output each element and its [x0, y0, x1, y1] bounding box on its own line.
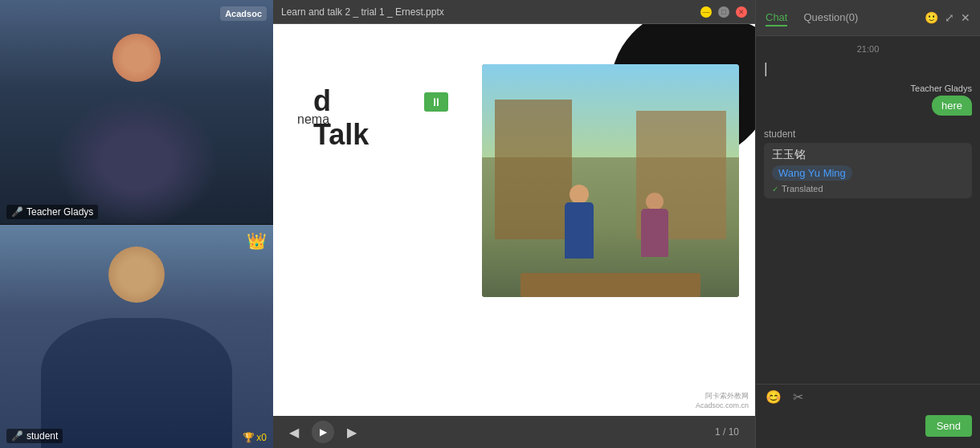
chat-footer: 😊 ✂ Send: [756, 384, 980, 448]
left-panel: Acadsoc 🎤 Teacher Gladys 👑 🎤 student 🏆 x…: [0, 0, 273, 448]
teacher-mic-icon: 🎤: [11, 206, 23, 218]
teacher-name: Teacher Gladys: [27, 206, 93, 218]
tab-question[interactable]: Question(0): [803, 10, 858, 26]
slide-counter: 1 / 10: [715, 426, 739, 438]
trophy-badge: 🏆 x0: [243, 432, 267, 443]
slide-background: d Talk ⏸ nema: [273, 24, 755, 416]
photo-table: [521, 273, 700, 297]
student-name: student: [27, 430, 58, 442]
teacher-video-feed: Acadsoc 🎤 Teacher Gladys: [0, 0, 273, 225]
resize-icon[interactable]: ⤢: [945, 11, 954, 24]
close-button[interactable]: ✕: [736, 6, 747, 18]
minimize-button[interactable]: —: [700, 6, 712, 18]
chat-header: Chat Question(0) 🙂 ⤢ ✕: [756, 0, 980, 36]
play-button[interactable]: ▶: [312, 421, 334, 443]
slide-area: d Talk ⏸ nema: [273, 24, 755, 416]
student-message-group: 王玉铭 Wang Yu Ming ✓ Translated: [764, 143, 972, 198]
student-video-bg: [0, 225, 273, 449]
acadsoc-logo: Acadsoc: [220, 6, 267, 21]
tab-chat[interactable]: Chat: [766, 10, 787, 26]
slide-subtitle: nema: [297, 112, 329, 127]
chat-input-row: Send: [756, 409, 980, 448]
translated-badge: ✓ Translated: [772, 184, 964, 193]
emoji-footer-icon[interactable]: 😊: [766, 389, 782, 405]
middle-panel: Learn and talk 2 _ trial 1 _ Ernest.pptx…: [273, 0, 755, 448]
teacher-video-bg: Acadsoc: [0, 0, 273, 224]
student-label: 🎤 student: [6, 429, 63, 443]
chat-footer-icons: 😊 ✂: [756, 385, 980, 409]
crown-icon: 👑: [247, 231, 267, 250]
slide-pause-icon: ⏸: [424, 92, 448, 112]
close-chat-icon[interactable]: ✕: [961, 11, 970, 24]
prev-slide-button[interactable]: ◀: [289, 425, 299, 440]
student-video-feed: 👑 🎤 student 🏆 x0: [0, 225, 273, 449]
emoji-header-icon[interactable]: 🙂: [925, 11, 938, 24]
next-slide-button[interactable]: ▶: [347, 425, 357, 440]
send-button[interactable]: Send: [925, 415, 972, 437]
translated-label: Translated: [782, 184, 823, 193]
photo-person-right: [635, 193, 675, 281]
chat-tabs: Chat Question(0): [766, 10, 858, 26]
chat-body: 21:00 | Teacher Gladys here student 王玉铭 …: [756, 36, 980, 384]
titlebar-controls: — □ ✕: [700, 6, 747, 18]
teacher-sender-name: Teacher Gladys: [911, 83, 972, 93]
student-mic-icon: 🎤: [11, 430, 23, 442]
slide-watermark: 阿卡索外教网 Acadsoc.com.cn: [696, 391, 749, 409]
chat-header-icons: 🙂 ⤢ ✕: [925, 11, 970, 24]
maximize-button[interactable]: □: [718, 6, 729, 18]
student-section-label: student: [764, 128, 972, 140]
translated-name: Wang Yu Ming: [772, 165, 852, 181]
teacher-message-group: Teacher Gladys here: [911, 83, 972, 116]
presentation-title: Learn and talk 2 _ trial 1 _ Ernest.pptx: [281, 6, 444, 18]
scissors-icon[interactable]: ✂: [793, 389, 803, 405]
chinese-message: 王玉铭: [772, 148, 964, 162]
presentation-controls: ◀ ▶ ▶ 1 / 10: [273, 416, 755, 448]
acadsoc-overlay: Acadsoc: [220, 6, 267, 21]
presentation-titlebar: Learn and talk 2 _ trial 1 _ Ernest.pptx…: [273, 0, 755, 24]
photo-person-left: [559, 185, 599, 281]
chat-cursor: |: [764, 60, 768, 77]
teacher-label: 🎤 Teacher Gladys: [6, 205, 98, 219]
trophy-count: x0: [256, 432, 267, 443]
teacher-message-bubble: here: [932, 96, 972, 116]
right-panel: Chat Question(0) 🙂 ⤢ ✕ 21:00 | Teacher G…: [755, 0, 980, 448]
chat-timestamp: 21:00: [764, 44, 972, 54]
chat-input[interactable]: [764, 420, 925, 432]
slide-photo: [482, 64, 739, 297]
presentation-content: d Talk ⏸ nema: [273, 24, 755, 416]
check-icon: ✓: [772, 185, 778, 193]
trophy-icon: 🏆: [243, 432, 255, 443]
nav-controls: ◀ ▶ ▶: [289, 421, 357, 443]
slide-photo-scene: [482, 64, 739, 297]
